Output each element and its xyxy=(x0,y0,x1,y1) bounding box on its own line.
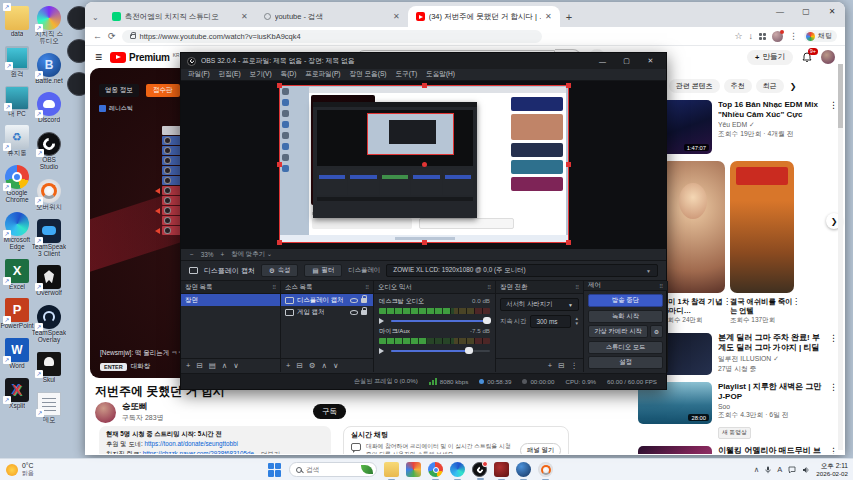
chat-tray-icon[interactable] xyxy=(788,466,796,474)
display-select[interactable]: ZOWIE XL LCD: 1920x1080 @ 0,0 (주 모니터)▼ xyxy=(386,264,658,277)
add-source-button[interactable]: + xyxy=(286,362,290,370)
volume-slider[interactable] xyxy=(379,317,490,324)
transition-select[interactable]: 서서히 사라지기▼ xyxy=(500,298,579,311)
new-tab-button[interactable]: + xyxy=(560,11,580,27)
tab-close-icon[interactable]: ✕ xyxy=(241,12,248,21)
taskbar-search-input[interactable] xyxy=(306,466,352,473)
desktop-icon[interactable]: data xyxy=(2,6,32,38)
source-row[interactable]: 디스플레이 캡처 xyxy=(281,294,373,306)
duration-spinner[interactable]: ▲▼ xyxy=(575,317,579,326)
obs-menu-item[interactable]: 파일(F) xyxy=(188,70,210,79)
remove-scene-button[interactable]: ⊟ xyxy=(196,362,202,370)
extensions-icon[interactable] xyxy=(759,33,766,40)
resize-handle[interactable] xyxy=(566,83,571,88)
desktop-icon[interactable]: OBS Studio xyxy=(34,132,64,171)
photos-app-icon[interactable] xyxy=(406,462,421,477)
video-item[interactable]: 1:09:56 이웰킹 어멜리아 매드무비 브금 거리의 음악채널 조회수 1.… xyxy=(638,446,838,455)
voice-app-taskbar-icon[interactable] xyxy=(516,462,531,477)
fit-to-window-button[interactable]: 창에 맞추기 ⌄ xyxy=(231,250,272,259)
dock-options-icon[interactable]: ⠿ xyxy=(272,284,276,290)
move-down-button[interactable]: ∨ xyxy=(233,362,239,370)
resize-handle[interactable] xyxy=(566,240,571,245)
resize-handle[interactable] xyxy=(422,83,427,88)
chips-scroll-icon[interactable]: ❯ xyxy=(790,82,797,91)
tab-close-icon[interactable]: ✕ xyxy=(393,12,400,21)
mic-tray-icon[interactable] xyxy=(765,466,771,474)
game-taskbar-icon[interactable] xyxy=(494,462,509,477)
notifications-button[interactable]: 9+ xyxy=(802,52,812,63)
obs-scene-preview[interactable] xyxy=(279,85,569,243)
remove-transition-button[interactable]: ⊟ xyxy=(558,362,564,370)
scoreboard-button[interactable]: 점수판 xyxy=(146,84,180,97)
desktop-icon[interactable]: Overwolf xyxy=(34,265,64,297)
resize-handle[interactable] xyxy=(277,162,282,167)
obs-menu-item[interactable]: 도움말(H) xyxy=(426,70,455,79)
create-button[interactable]: +만들기 xyxy=(747,50,793,65)
browser-menu-icon[interactable]: ⋮ xyxy=(789,32,798,41)
desktop-icon[interactable]: Discord xyxy=(34,92,64,124)
shorts-card[interactable]: 쇼미 1차 참격 기념 16마디… 조회수 24만회 ⋮ xyxy=(661,297,725,325)
zoom-out-button[interactable]: − xyxy=(190,251,194,258)
obs-menu-item[interactable]: 도구(T) xyxy=(396,70,418,79)
show-more[interactable]: ...더보기 xyxy=(256,450,280,455)
browser-tab-search[interactable]: youtube - 검색 ✕ xyxy=(256,6,408,27)
source-filters-button[interactable]: ▤필터 xyxy=(304,264,342,277)
edge-taskbar-icon[interactable] xyxy=(450,462,465,477)
video-item[interactable]: 라이브 본계 딜러 그마 주차 완료! 부계도 딜러 그마 가야지 | 티딜&피… xyxy=(638,333,838,375)
close-button[interactable]: ✕ xyxy=(819,2,845,20)
studio-mode-button[interactable]: 스튜디오 모드 xyxy=(588,341,663,354)
dock-options-icon[interactable]: ⠿ xyxy=(659,283,663,289)
subscribe-button[interactable]: 구독 xyxy=(313,404,346,419)
desktop-icon[interactable]: PowerPoint xyxy=(2,298,32,330)
desktop-icon[interactable]: 메모 xyxy=(34,392,64,424)
tab-close-icon[interactable]: ✕ xyxy=(545,12,552,21)
volume-slider[interactable] xyxy=(379,347,490,354)
start-virtual-camera-button[interactable]: 가상 카메라 시작 xyxy=(588,325,648,338)
reload-button[interactable]: ⟳ xyxy=(108,32,116,41)
obs-maximize-button[interactable]: ▢ xyxy=(617,57,636,65)
desktop-icon[interactable]: 휴지통 xyxy=(2,125,32,157)
obs-minimize-button[interactable]: — xyxy=(593,58,612,65)
desktop-icon[interactable]: 치지직 스튜디오 xyxy=(34,6,64,45)
desktop-icon[interactable]: Battle.net xyxy=(34,53,64,85)
desktop-icon[interactable]: Skul xyxy=(34,352,64,384)
scene-row[interactable]: 장면 xyxy=(181,294,280,306)
obs-taskbar-icon[interactable] xyxy=(472,462,487,477)
obs-preview-canvas[interactable] xyxy=(181,81,666,249)
desktop-icon[interactable]: Xsplit xyxy=(2,378,32,410)
shorts-options-icon[interactable]: ⋮ xyxy=(792,297,800,306)
tray-overflow-icon[interactable]: ∧ xyxy=(754,465,760,474)
desktop-icon[interactable]: Microsoft Edge xyxy=(2,212,32,251)
chrome-taskbar-icon[interactable] xyxy=(428,462,443,477)
youtube-avatar[interactable] xyxy=(821,50,835,64)
tab-search-icon[interactable]: ⌄ xyxy=(89,13,104,27)
browser-tab-youtube-active[interactable]: (34) 저번주에 못했던 거 합시다 | … ✕ xyxy=(408,6,560,27)
settings-button[interactable]: 설정 xyxy=(588,356,663,369)
transition-options-icon[interactable]: ⋮ xyxy=(571,362,579,370)
desktop-icon[interactable]: Excel xyxy=(2,259,32,291)
taskbar-search[interactable] xyxy=(289,462,377,477)
virtual-camera-settings-icon[interactable]: ⚙ xyxy=(650,325,663,338)
volume-tray-icon[interactable] xyxy=(802,466,810,474)
desktop-icon[interactable]: Google Chrome xyxy=(2,165,32,204)
dock-options-icon[interactable]: ⠿ xyxy=(365,284,369,290)
description-box[interactable]: 현재 5명 시청 중 스트리밍 시작: 5시간 전 후원 및 도네: https… xyxy=(99,426,331,454)
scene-filters-button[interactable]: ▤ xyxy=(209,362,216,370)
resize-handle[interactable] xyxy=(277,240,282,245)
video-item[interactable]: 28:00 Playlist | 지루한 새벽은 그만 J-POP Soo 조회… xyxy=(638,382,838,439)
channel-avatar[interactable] xyxy=(95,402,116,423)
browser-profile-chip[interactable]: 채팅 xyxy=(804,30,837,42)
desktop-icon[interactable]: 내 PC xyxy=(2,86,32,118)
add-transition-button[interactable]: + xyxy=(548,362,552,370)
chip-related[interactable]: 관련 콘텐츠 xyxy=(669,79,720,93)
donation-link[interactable]: https://toon.at/donate/seungttobbi xyxy=(144,440,237,447)
desktop-icon[interactable]: 원격 xyxy=(2,46,32,78)
video-options-icon[interactable]: ⋮ xyxy=(829,333,838,375)
weather-widget[interactable]: 0°C 맑음 xyxy=(6,462,34,476)
taskbar-clock[interactable]: 오후 2:11 2026-02-02 xyxy=(816,462,848,477)
shorts-thumbnail[interactable] xyxy=(730,161,794,293)
bookmark-icon[interactable]: ☆ xyxy=(734,32,742,41)
channel-name[interactable]: 승또삐 xyxy=(122,401,164,413)
video-thumbnail[interactable]: 1:09:56 xyxy=(638,446,712,455)
source-row[interactable]: 게임 캡처 xyxy=(281,306,373,318)
